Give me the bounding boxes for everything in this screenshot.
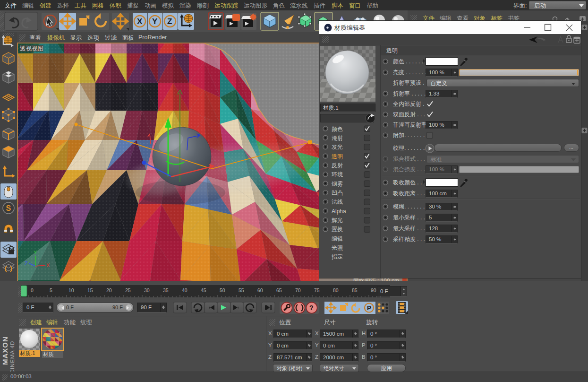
svg-text:65: 65 <box>276 287 282 293</box>
svg-text:S: S <box>6 204 11 212</box>
svg-text:70: 70 <box>295 287 301 293</box>
svg-text:颜色: 颜色 <box>332 126 343 132</box>
svg-text:20: 20 <box>106 287 112 293</box>
svg-text:10: 10 <box>68 287 74 293</box>
svg-text:模糊. . . . . . .: 模糊. . . . . . . <box>393 203 425 210</box>
svg-text:75: 75 <box>314 287 320 293</box>
svg-text:50: 50 <box>220 287 225 293</box>
svg-text:发光: 发光 <box>332 144 343 150</box>
svg-text:P: P <box>367 304 371 312</box>
svg-text:X: X <box>46 262 50 268</box>
svg-text:5: 5 <box>50 287 52 293</box>
svg-text:漫射: 漫射 <box>332 135 343 141</box>
svg-text:55: 55 <box>239 287 244 293</box>
svg-text:法线: 法线 <box>332 199 343 205</box>
svg-text:85: 85 <box>352 287 358 293</box>
svg-text:全内部反射 .: 全内部反射 . <box>393 101 425 107</box>
svg-text:亮度 . . . . . . .: 亮度 . . . . . . . <box>393 69 426 76</box>
svg-text:80: 80 <box>333 287 339 293</box>
svg-text:35: 35 <box>163 287 169 293</box>
svg-text:X: X <box>137 17 143 26</box>
svg-text:吸收距离 . . .: 吸收距离 . . . <box>393 190 425 197</box>
svg-text:Y: Y <box>34 250 37 255</box>
svg-text:MAXON: MAXON <box>1 336 9 365</box>
svg-text:0: 0 <box>31 287 34 293</box>
svg-text:菲涅耳反射率: 菲涅耳反射率 <box>393 122 427 128</box>
svg-text:Y: Y <box>152 17 158 26</box>
svg-text:光照: 光照 <box>332 244 343 251</box>
svg-text:指定: 指定 <box>331 253 343 260</box>
svg-text:60: 60 <box>257 287 263 293</box>
svg-text:混合模式 . . .: 混合模式 . . . <box>393 156 425 162</box>
svg-text:采样精度 . . .: 采样精度 . . . <box>393 236 425 243</box>
svg-text:90: 90 <box>371 287 376 293</box>
svg-text:Z: Z <box>25 260 28 266</box>
svg-text:25: 25 <box>125 287 131 293</box>
svg-text:45: 45 <box>201 287 206 293</box>
svg-text:置换: 置换 <box>332 226 343 233</box>
svg-text:环境: 环境 <box>331 171 343 178</box>
svg-text:纹理. . . . . . .: 纹理. . . . . . . <box>393 145 425 151</box>
svg-text:Z: Z <box>167 17 172 26</box>
svg-text:折射率 . . . . .: 折射率 . . . . . <box>393 90 426 97</box>
svg-text:混合强度 . . .: 混合强度 . . . <box>393 166 425 173</box>
svg-text:?: ? <box>309 304 314 312</box>
svg-text:15: 15 <box>87 287 93 293</box>
svg-text:烟雾: 烟雾 <box>332 181 343 187</box>
svg-text:40: 40 <box>182 287 187 293</box>
svg-text:吸收颜色 . .: 吸收颜色 . . <box>393 179 422 186</box>
svg-text:颜色 . . . . . .: 颜色 . . . . . . <box>393 58 423 65</box>
svg-text:透视视图: 透视视图 <box>20 45 43 52</box>
svg-text:反射: 反射 <box>332 162 343 169</box>
svg-text:Alpha: Alpha <box>332 208 346 215</box>
svg-text:凹凸: 凹凸 <box>332 190 343 196</box>
svg-text:30: 30 <box>144 287 150 293</box>
svg-text:编辑: 编辑 <box>332 235 343 242</box>
svg-text:辉光: 辉光 <box>332 217 343 224</box>
svg-text:最大采样 . . .: 最大采样 . . . <box>393 225 425 232</box>
svg-text:折射率预设 .: 折射率预设 . <box>393 79 425 86</box>
svg-text:CINEMA 4D: CINEMA 4D <box>9 341 15 372</box>
svg-text:附加. . . . . . .: 附加. . . . . . . <box>393 132 425 139</box>
svg-text:双面反射 . . .: 双面反射 . . . <box>393 111 425 118</box>
svg-text:最小采样 . . .: 最小采样 . . . <box>393 214 425 221</box>
svg-text:透明: 透明 <box>332 153 343 160</box>
